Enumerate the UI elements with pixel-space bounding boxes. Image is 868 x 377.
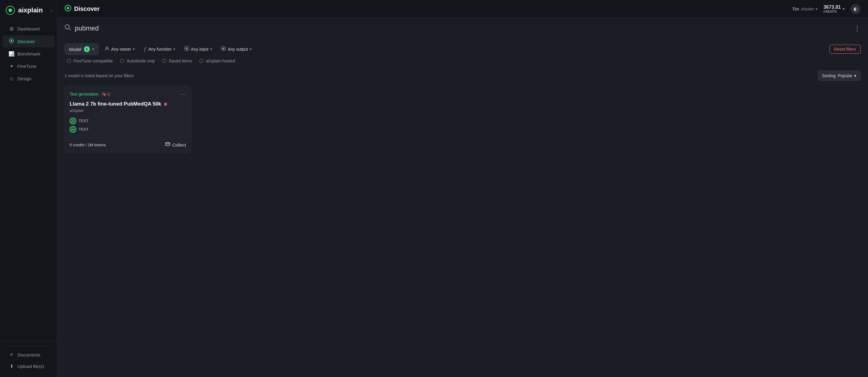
- filters-row: Model 1 ▾ Any owner ▾ ƒ Any function ▾: [64, 44, 861, 55]
- function-icon: ƒ: [144, 46, 147, 53]
- model-tab-chevron-icon: ▾: [92, 47, 94, 51]
- benchmark-icon: 📊: [8, 51, 14, 57]
- card-title-text: Llama 2 7b fine-tuned PubMedQA 50k: [70, 101, 161, 107]
- card-footer: 5 credits / 1M tokens Collect: [70, 138, 186, 148]
- section-icon: [64, 5, 71, 13]
- sidebar: aixplain ‹ ⊞ Dashboard Discover 📊 Benchm…: [0, 0, 57, 377]
- logo: aixplain: [5, 5, 43, 16]
- saved-items-checkbox[interactable]: Saved items: [162, 59, 192, 63]
- documents-icon: ≡: [8, 352, 14, 357]
- checkboxes-row: FineTune compatible AutoMode only Saved …: [64, 59, 861, 63]
- per-unit: / 1M tokens: [86, 143, 106, 147]
- credits-info[interactable]: 3673.81 CREDITS ▾: [824, 4, 844, 13]
- input-filter-button[interactable]: Any input ▾: [181, 44, 215, 55]
- automode-dot: [120, 59, 124, 63]
- input-chevron-icon: ▾: [210, 47, 212, 51]
- card-more-button[interactable]: ⋯: [181, 91, 186, 97]
- output-type-label: TEXT: [79, 127, 89, 132]
- aixplain-hosted-checkbox[interactable]: aiXplain-hosted: [199, 59, 235, 63]
- discover-icon: [8, 38, 14, 44]
- logo-area: aixplain ‹: [0, 5, 57, 23]
- svg-point-8: [106, 47, 108, 49]
- sidebar-item-finetune[interactable]: ✦ FineTune: [2, 60, 55, 72]
- sidebar-item-upload[interactable]: ⬆ Upload file(s): [2, 360, 55, 372]
- sort-chevron-icon: ▾: [854, 73, 856, 78]
- finetune-icon: ✦: [8, 63, 14, 69]
- automode-only-checkbox[interactable]: AutoMode only: [120, 59, 155, 63]
- search-input[interactable]: [75, 24, 850, 32]
- sidebar-item-label: FineTune: [18, 64, 36, 69]
- user-info[interactable]: Tim aiXplain ▾: [792, 7, 818, 11]
- sort-label: Sorting: Popular: [822, 73, 852, 78]
- finetune-compatible-checkbox[interactable]: FineTune compatible: [67, 59, 113, 63]
- sidebar-item-discover[interactable]: Discover: [2, 35, 55, 47]
- svg-line-7: [69, 28, 70, 30]
- card-output-row: TEXT: [70, 126, 186, 133]
- collect-button[interactable]: Collect: [165, 141, 186, 148]
- sidebar-item-label: Dashboard: [18, 26, 39, 31]
- hosted-dot: [199, 59, 204, 63]
- hosted-label: aiXplain-hosted: [206, 59, 235, 63]
- sidebar-item-label: Design: [18, 76, 32, 81]
- sidebar-item-benchmark[interactable]: 📊 Benchmark: [2, 48, 55, 60]
- svg-point-3: [10, 40, 12, 41]
- svg-point-16: [72, 129, 74, 130]
- credits-chevron-icon: ▾: [843, 7, 844, 11]
- sidebar-bottom: ≡ Documents ⬆ Upload file(s): [0, 341, 57, 372]
- finetune-label: FineTune compatible: [73, 59, 113, 63]
- card-special-icon: ⊕: [164, 102, 167, 107]
- credits-label: CREDITS: [824, 10, 841, 13]
- reset-filters-button[interactable]: Reset filters: [829, 45, 861, 54]
- sidebar-item-label: Upload file(s): [18, 364, 44, 369]
- saved-dot: [162, 59, 166, 63]
- sidebar-item-documents[interactable]: ≡ Documents: [2, 349, 55, 360]
- sidebar-item-label: Discover: [18, 39, 35, 44]
- sidebar-item-design[interactable]: ◇ Design: [2, 73, 55, 84]
- model-tab[interactable]: Model 1 ▾: [64, 44, 99, 55]
- output-circle-icon: [70, 126, 76, 133]
- credits-block: 3673.81 CREDITS: [824, 4, 841, 13]
- collapse-button[interactable]: ‹: [51, 8, 52, 13]
- sidebar-nav: ⊞ Dashboard Discover 📊 Benchmark ✦ FineT…: [0, 23, 57, 341]
- user-org: aiXplain: [801, 7, 814, 11]
- card-credits: 5 credits / 1M tokens: [70, 143, 106, 147]
- card-author: aiXplain: [70, 108, 186, 113]
- card-header: Text generation 🔖 1 ⋯: [70, 91, 186, 97]
- more-options-button[interactable]: ⋮: [854, 24, 861, 33]
- function-filter-button[interactable]: ƒ Any function ▾: [141, 44, 178, 55]
- credits-value: 5 credits: [70, 143, 85, 147]
- svg-point-12: [222, 48, 224, 50]
- model-tab-label: Model: [69, 47, 82, 52]
- results-header: 1 model is listed based on your filters …: [64, 70, 861, 81]
- output-filter-button[interactable]: Any output ▾: [218, 44, 254, 55]
- results-count: 1 model is listed based on your filters: [64, 73, 134, 78]
- output-filter-label: Any output: [228, 47, 248, 52]
- owner-filter-button[interactable]: Any owner ▾: [102, 44, 138, 55]
- topbar: Discover Tim aiXplain ▾ 3673.81 CREDITS …: [57, 0, 868, 18]
- input-filter-label: Any input: [191, 47, 208, 52]
- page-title: Discover: [74, 5, 100, 12]
- theme-toggle-button[interactable]: ◐: [850, 4, 861, 14]
- upload-icon: ⬆: [8, 364, 14, 369]
- svg-rect-17: [165, 143, 170, 146]
- model-card[interactable]: Text generation 🔖 1 ⋯ Llama 2 7b fine-tu…: [64, 86, 191, 153]
- page-title-area: Discover: [64, 5, 789, 13]
- saved-label: Saved items: [169, 59, 192, 63]
- search-icon: [64, 24, 71, 33]
- dashboard-icon: ⊞: [8, 26, 14, 32]
- user-name: Tim: [792, 7, 799, 11]
- input-icon: [184, 46, 189, 52]
- collect-label: Collect: [172, 142, 186, 147]
- input-circle-icon: [70, 118, 76, 124]
- topbar-right: Tim aiXplain ▾ 3673.81 CREDITS ▾ ◐: [792, 4, 861, 14]
- sidebar-item-label: Documents: [18, 352, 40, 357]
- sidebar-item-label: Benchmark: [18, 51, 40, 56]
- sort-button[interactable]: Sorting: Popular ▾: [818, 70, 861, 81]
- divider: [5, 346, 52, 347]
- sidebar-item-dashboard[interactable]: ⊞ Dashboard: [2, 23, 55, 35]
- bookmark-count: 1: [107, 92, 110, 96]
- function-filter-label: Any function: [148, 47, 172, 52]
- card-title: Llama 2 7b fine-tuned PubMedQA 50k ⊕: [70, 101, 186, 107]
- design-icon: ◇: [8, 76, 14, 81]
- finetune-dot: [67, 59, 71, 63]
